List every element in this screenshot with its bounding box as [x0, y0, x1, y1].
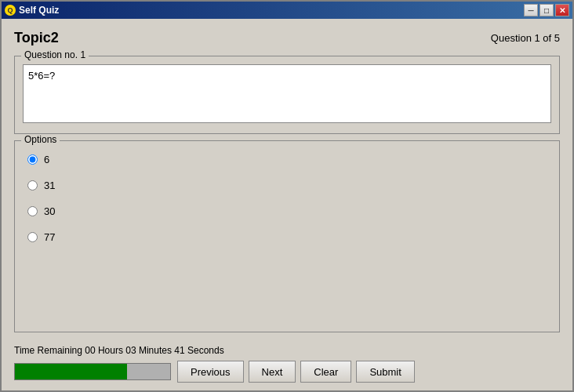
question-text	[23, 64, 551, 123]
options-fieldset: Options 6 31 30 77	[14, 140, 560, 332]
previous-button[interactable]: Previous	[177, 361, 244, 383]
window-content: Topic2 Question 1 of 5 Question no. 1 Op…	[2, 19, 572, 340]
list-item: 30	[27, 205, 547, 217]
list-item: 6	[27, 154, 547, 165]
footer-section: Time Remaining 00 Hours 03 Minutes 41 Se…	[2, 340, 572, 390]
progress-and-buttons: Previous Next Clear Submit	[14, 361, 560, 383]
option-label-4: 77	[44, 231, 55, 243]
question-count: Question 1 of 5	[491, 32, 560, 44]
clear-button[interactable]: Clear	[300, 361, 351, 383]
progress-bar-container	[14, 363, 171, 380]
option-radio-1[interactable]	[27, 154, 38, 165]
window-controls: ─ □ ✕	[524, 4, 569, 16]
list-item: 77	[27, 231, 547, 243]
list-item: 31	[27, 180, 547, 191]
app-icon: Q	[5, 5, 16, 16]
next-button[interactable]: Next	[249, 361, 296, 383]
header-row: Topic2 Question 1 of 5	[14, 27, 560, 49]
close-button[interactable]: ✕	[555, 4, 569, 16]
progress-bar-fill	[15, 364, 127, 379]
option-radio-2[interactable]	[27, 180, 38, 191]
minimize-button[interactable]: ─	[524, 4, 538, 16]
footer-buttons: Previous Next Clear Submit	[177, 361, 415, 383]
option-label-2: 31	[44, 180, 55, 191]
time-remaining-label: Time Remaining 00 Hours 03 Minutes 41 Se…	[14, 345, 560, 356]
question-legend: Question no. 1	[21, 49, 89, 60]
option-radio-4[interactable]	[27, 232, 38, 242]
topic-title: Topic2	[14, 30, 59, 46]
option-label-3: 30	[44, 205, 55, 217]
title-bar-left: Q Self Quiz	[5, 5, 59, 16]
submit-button[interactable]: Submit	[356, 361, 414, 383]
window-title: Self Quiz	[19, 5, 59, 16]
option-label-1: 6	[44, 154, 49, 165]
maximize-button[interactable]: □	[539, 4, 554, 16]
options-list: 6 31 30 77	[27, 154, 547, 243]
options-legend: Options	[21, 134, 60, 145]
option-radio-3[interactable]	[27, 206, 38, 216]
title-bar: Q Self Quiz ─ □ ✕	[2, 2, 572, 19]
question-fieldset: Question no. 1	[14, 56, 560, 134]
main-window: Q Self Quiz ─ □ ✕ Topic2 Question 1 of 5…	[0, 0, 574, 392]
